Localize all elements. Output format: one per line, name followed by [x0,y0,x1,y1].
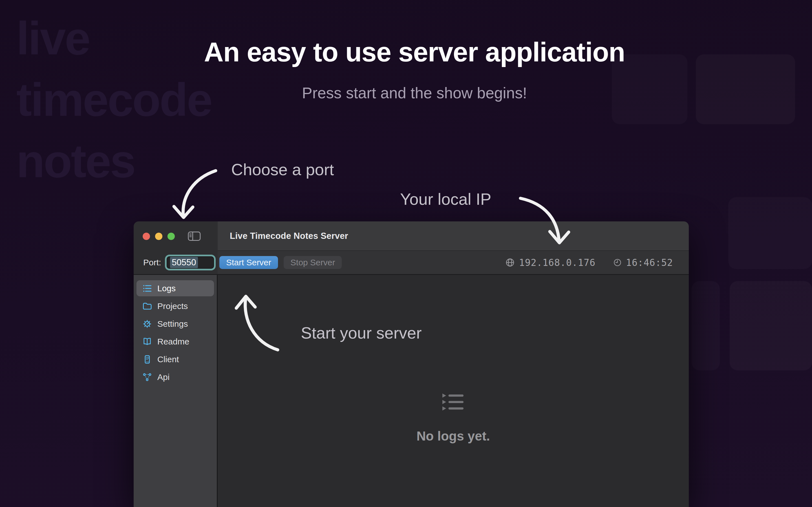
empty-state-title: No logs yet. [416,429,490,444]
minimize-button[interactable] [155,233,162,240]
sidebar-item-label: Logs [157,284,175,293]
time-value: 16:46:52 [626,257,673,268]
watermark-line: live [16,8,211,69]
start-server-button[interactable]: Start Server [219,256,278,269]
sidebar-item-api[interactable]: Api [137,369,214,385]
sidebar-item-label: Projects [157,301,188,311]
toolbar: Start Server Stop Server 192.168.0.176 [218,251,689,275]
page-subtitle: Press start and the show begins! [302,84,527,102]
decor-card [730,281,812,371]
traffic-lights [143,233,175,240]
annotation-local-ip: Your local IP [400,189,492,209]
gear-icon [142,319,152,329]
sidebar: LogsProjectsSettingsReadmeClientApi [134,275,218,507]
empty-state: No logs yet. [416,392,490,444]
decor-card [696,54,795,124]
sidebar-item-client[interactable]: Client [137,351,214,367]
toggle-sidebar-button[interactable] [188,231,201,241]
toolbar-port-section: Port: 50550 [134,251,218,275]
background-watermark: live timecode notes [16,8,211,192]
window-title: Live Timecode Notes Server [230,231,348,241]
titlebar: Live Timecode Notes Server [218,221,689,251]
sidebar-item-logs[interactable]: Logs [137,280,214,296]
sidebar-item-label: Settings [157,319,188,329]
sidebar-item-label: Api [157,372,169,382]
ip-address-value: 192.168.0.176 [519,257,596,268]
device-icon [142,354,152,364]
page-title: An easy to use server application [204,37,625,68]
watermark-line: timecode [16,69,211,131]
sidebar-item-settings[interactable]: Settings [137,316,214,332]
port-label: Port: [143,258,161,267]
zoom-button[interactable] [167,233,175,240]
clock-icon [613,258,622,267]
logs-content-area: No logs yet. [218,275,689,507]
port-value-selected-text: 50550 [170,257,198,268]
list-triangle-icon [441,392,465,411]
sidebar-item-label: Client [157,355,179,364]
watermark-line: notes [16,131,211,192]
folder-icon [142,301,152,311]
globe-icon [505,258,515,268]
sidebar-item-label: Readme [157,337,189,346]
port-input[interactable]: 50550 [167,256,214,269]
sidebar-item-readme[interactable]: Readme [137,334,214,349]
list-bullet-icon [142,283,152,293]
titlebar-sidebar-section [134,221,218,251]
annotation-choose-port: Choose a port [231,160,334,179]
stop-server-button[interactable]: Stop Server [284,256,342,269]
clock-readout: 16:46:52 [613,257,673,268]
network-icon [142,372,152,382]
port-input-focus-ring: 50550 [165,255,216,270]
app-window: Live Timecode Notes Server Port: 50550 S… [134,221,689,507]
book-icon [142,337,152,347]
page-background: live timecode notes An easy to use serve… [0,0,812,507]
sidebar-item-projects[interactable]: Projects [137,298,214,314]
annotation-start-server: Start your server [301,323,422,342]
local-ip-readout: 192.168.0.176 [505,257,596,268]
decor-card [728,197,812,269]
close-button[interactable] [143,233,150,240]
decor-card [692,281,720,371]
sidebar-toggle-icon [188,231,201,241]
